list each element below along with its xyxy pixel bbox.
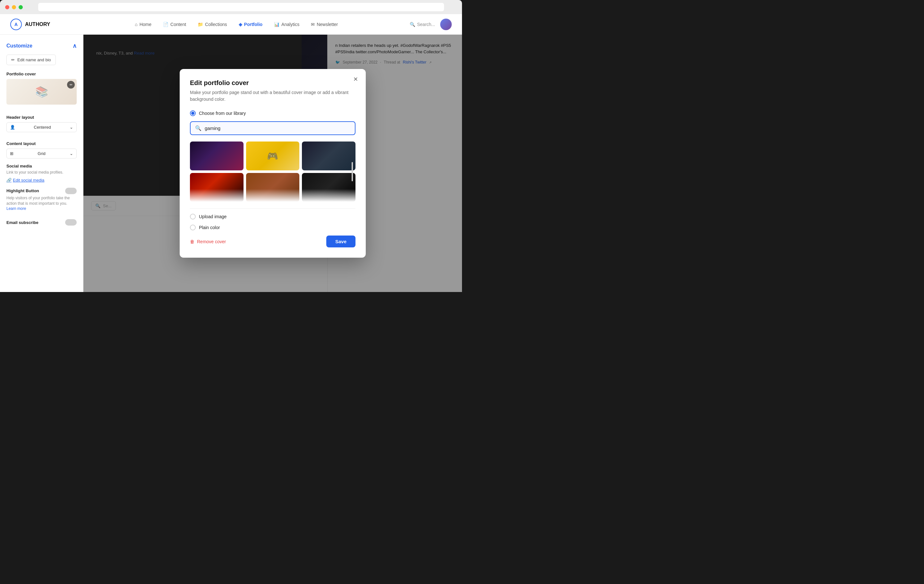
nav-content[interactable]: 📄 Content <box>158 20 191 29</box>
radio-library[interactable] <box>190 111 196 116</box>
edit-portfolio-cover-modal: ✕ Edit portfolio cover Make your portfol… <box>180 69 366 258</box>
traffic-light-green[interactable] <box>18 5 23 9</box>
nav-avatar[interactable] <box>440 19 452 30</box>
logo-letter: A <box>15 22 18 27</box>
nav-right: 🔍 Search... <box>410 19 452 30</box>
nav-logo[interactable]: A AUTHORY <box>10 19 50 30</box>
modal-footer: 🗑 Remove cover Save <box>190 236 355 247</box>
highlight-button-label: Highlight Button <box>7 188 39 193</box>
logo-circle: A <box>10 19 22 30</box>
chevron-down-icon: ⌄ <box>69 125 73 130</box>
modal-subtitle: Make your portfolio page stand out with … <box>190 89 355 103</box>
nav-newsletter[interactable]: ✉ Newsletter <box>306 20 343 29</box>
image-search-wrapper: 🔍 <box>190 121 355 135</box>
sidebar-title: Customize ∧ <box>7 42 77 49</box>
nav-links: ⌂ Home 📄 Content 📁 Collections ◈ Portfol… <box>63 20 410 29</box>
image-grid-fade <box>190 189 355 202</box>
content-area: Customize ∧ ✏ Edit name and bio Portfoli… <box>0 35 462 292</box>
close-icon: ✕ <box>353 76 358 83</box>
sidebar: Customize ∧ ✏ Edit name and bio Portfoli… <box>0 35 83 292</box>
highlight-button-toggle[interactable] <box>65 188 77 194</box>
nav-portfolio[interactable]: ◈ Portfolio <box>234 20 268 29</box>
option-library-label: Choose from our library <box>199 111 246 116</box>
option-upload[interactable]: Upload image <box>190 214 355 219</box>
option-plain-color[interactable]: Plain color <box>190 224 355 230</box>
portfolio-cover-label: Portfolio cover <box>7 71 77 76</box>
modal-title: Edit portfolio cover <box>190 79 355 87</box>
image-thumb-1[interactable] <box>190 142 244 170</box>
grid-icon: ⊞ <box>10 151 13 156</box>
image-grid-wrapper: 🎮 <box>190 142 355 202</box>
email-subscribe-toggle[interactable] <box>65 219 77 226</box>
header-layout-dropdown[interactable]: 👤 Centered ⌄ <box>7 122 77 132</box>
cover-edit-icon[interactable]: ✏ <box>67 81 75 89</box>
scroll-indicator[interactable] <box>351 162 353 181</box>
modal-close-button[interactable]: ✕ <box>350 74 361 84</box>
nav-home[interactable]: ⌂ Home <box>130 20 157 29</box>
image-thumb-2[interactable]: 🎮 <box>246 142 300 170</box>
collections-icon: 📁 <box>198 22 203 27</box>
modal-divider <box>190 208 355 209</box>
portfolio-cover-thumb[interactable]: 📚 ✏ <box>7 79 77 105</box>
image-thumb-3[interactable] <box>302 142 355 170</box>
highlight-button-desc: Help visitors of your portfolio take the… <box>7 195 77 211</box>
logo-text: AUTHORY <box>25 21 50 27</box>
trash-icon: 🗑 <box>190 239 195 244</box>
top-nav: A AUTHORY ⌂ Home 📄 Content 📁 Collections… <box>0 14 462 35</box>
nav-search[interactable]: 🔍 Search... <box>410 22 435 27</box>
header-layout-label: Header layout <box>7 115 77 120</box>
content-layout-dropdown[interactable]: ⊞ Grid ⌄ <box>7 148 77 158</box>
nav-analytics[interactable]: 📊 Analytics <box>269 20 304 29</box>
remove-cover-button[interactable]: 🗑 Remove cover <box>190 239 226 244</box>
save-button[interactable]: Save <box>326 236 355 247</box>
edit-name-bio-button[interactable]: ✏ Edit name and bio <box>7 54 56 65</box>
avatar-image <box>440 19 452 30</box>
newsletter-icon: ✉ <box>311 22 315 27</box>
social-media-label: Social media <box>7 163 32 168</box>
address-bar[interactable] <box>38 3 444 11</box>
option-upload-label: Upload image <box>199 214 226 219</box>
email-subscribe-label: Email subscribe <box>7 220 38 225</box>
content-layout-label: Content layout <box>7 141 77 146</box>
analytics-icon: 📊 <box>274 22 279 27</box>
main-content: nix, Disney, T3, and Read more 🔍 Se... A… <box>83 35 462 292</box>
collapse-icon[interactable]: ∧ <box>73 42 77 49</box>
radio-upload[interactable] <box>190 214 196 219</box>
image-search-input[interactable] <box>205 125 350 131</box>
pencil-icon: ✏ <box>11 58 15 62</box>
edit-social-media-link[interactable]: 🔗 Edit social media <box>7 178 77 183</box>
search-icon: 🔍 <box>410 22 415 27</box>
app-wrapper: A AUTHORY ⌂ Home 📄 Content 📁 Collections… <box>0 14 462 292</box>
traffic-light-red[interactable] <box>5 5 9 9</box>
social-media-desc: Link to your social media profiles. <box>7 170 77 175</box>
content-chevron-icon: ⌄ <box>69 151 73 156</box>
modal-overlay: ✕ Edit portfolio cover Make your portfol… <box>83 35 462 292</box>
portfolio-icon: ◈ <box>239 22 242 27</box>
link-icon: 🔗 <box>7 178 12 183</box>
nav-collections[interactable]: 📁 Collections <box>193 20 232 29</box>
option-plain-label: Plain color <box>199 225 220 230</box>
option-library[interactable]: Choose from our library <box>190 111 355 116</box>
browser-chrome <box>0 0 462 14</box>
content-icon: 📄 <box>163 22 168 27</box>
radio-plain[interactable] <box>190 224 196 230</box>
learn-more-link[interactable]: Learn more <box>7 206 26 211</box>
traffic-light-yellow[interactable] <box>12 5 16 9</box>
home-icon: ⌂ <box>135 22 137 27</box>
person-icon: 👤 <box>10 125 15 130</box>
search-input-icon: 🔍 <box>195 125 201 131</box>
